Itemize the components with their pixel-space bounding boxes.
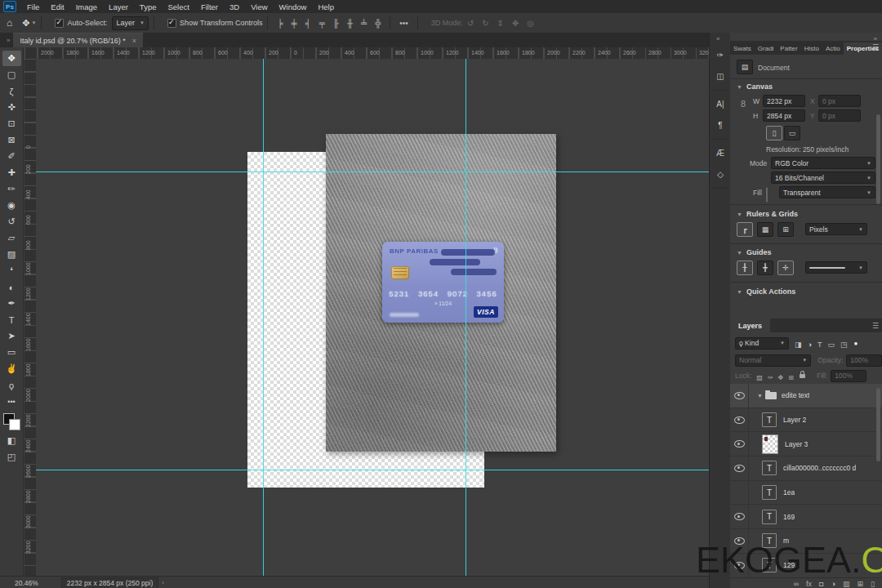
link-dimensions-icon[interactable]: 8 xyxy=(741,99,746,109)
layer-mask-icon[interactable]: ◘ xyxy=(819,580,823,588)
filter-smart-objects-icon[interactable]: ◳ xyxy=(840,341,848,349)
tab-overflow-icon[interactable]: » xyxy=(7,37,10,44)
menu-help[interactable]: Help xyxy=(312,2,340,11)
rulers-section-chevron-icon[interactable]: ▼ xyxy=(737,212,742,217)
tool-preset-chevron-icon[interactable]: ▼ xyxy=(31,20,36,25)
height-field[interactable]: 2854 px xyxy=(763,109,805,122)
delete-layer-icon[interactable]: ▯ xyxy=(871,580,875,588)
edit-toolbar-button[interactable]: ••• xyxy=(2,394,21,409)
screen-mode-icon[interactable]: ◰ xyxy=(2,449,21,465)
guide-horizontal[interactable] xyxy=(36,172,709,172)
hand-tool[interactable]: ✌ xyxy=(2,361,21,376)
visibility-well[interactable] xyxy=(730,481,749,505)
eye-icon[interactable] xyxy=(734,465,745,472)
canvas-viewport[interactable]: BNP PARIBAS ))) 5231 3654 9072 3456 » 11… xyxy=(36,59,709,576)
link-layers-icon[interactable]: ∞ xyxy=(794,580,799,588)
lasso-tool[interactable]: ζ xyxy=(2,83,21,99)
quick-mask-icon[interactable]: ◧ xyxy=(2,433,21,448)
frame-tool[interactable]: ⊠ xyxy=(2,132,21,148)
blur-tool[interactable]: ❛ xyxy=(2,263,21,278)
toggle-grid-button[interactable]: ▦ xyxy=(757,222,773,237)
clone-stamp-tool[interactable]: ◉ xyxy=(2,198,21,213)
align-left-icon[interactable]: ╞ xyxy=(273,19,287,28)
text-layer-thumbnail[interactable]: T xyxy=(762,510,777,524)
toggle-rulers-button[interactable]: ┏ xyxy=(737,222,753,237)
filter-adjustment-layers-icon[interactable]: ◑ xyxy=(808,341,812,349)
eye-icon[interactable] xyxy=(734,392,745,399)
lock-pixels-icon[interactable]: ✑ xyxy=(768,374,773,381)
rectangle-tool[interactable]: ▭ xyxy=(2,345,21,360)
visibility-well[interactable] xyxy=(730,432,749,456)
menu-type[interactable]: Type xyxy=(134,2,163,11)
group-expand-chevron-icon[interactable]: ▼ xyxy=(757,393,763,399)
align-right-icon[interactable]: ╡ xyxy=(301,19,315,28)
layers-tab[interactable]: Layers xyxy=(730,318,770,332)
quick-actions-chevron-icon[interactable]: ▼ xyxy=(737,289,742,295)
distribute-center-icon[interactable]: ╬ xyxy=(371,19,385,28)
type-tool[interactable]: T xyxy=(2,312,21,327)
ruler-horizontal[interactable]: 2000180016001400120010008006004002000200… xyxy=(24,47,709,60)
mode-dropdown[interactable]: RGB Color▼ xyxy=(771,157,875,169)
align-top-icon[interactable]: ╤ xyxy=(315,19,329,28)
clone-source-panel-icon[interactable]: ◫ xyxy=(712,69,728,83)
new-layer-icon[interactable]: ⊞ xyxy=(858,580,864,588)
home-icon[interactable]: ⌂ xyxy=(7,17,12,29)
eyedropper-tool[interactable]: ✐ xyxy=(2,149,21,164)
layer-name[interactable]: 169 xyxy=(783,513,795,521)
text-layer-thumbnail[interactable]: T xyxy=(762,461,777,475)
brush-tool[interactable]: ✏ xyxy=(2,181,21,197)
filter-type-layers-icon[interactable]: T xyxy=(817,341,822,349)
layer-row[interactable]: T129 xyxy=(730,554,882,578)
auto-select-checkbox[interactable] xyxy=(55,19,64,28)
text-layer-thumbnail[interactable]: T xyxy=(762,412,777,427)
guides-section-chevron-icon[interactable]: ▼ xyxy=(737,250,742,256)
menu-3d[interactable]: 3D xyxy=(224,2,245,11)
units-dropdown[interactable]: Pixels▼ xyxy=(805,223,867,235)
gradient-tool[interactable]: ▨ xyxy=(2,247,21,262)
toggle-pixel-grid-button[interactable]: ⊞ xyxy=(777,222,794,237)
zoom-tool[interactable]: ϙ xyxy=(2,377,21,393)
auto-select-target-dropdown[interactable]: Layer▼ xyxy=(112,16,148,30)
healing-brush-tool[interactable]: ✚ xyxy=(2,165,21,180)
status-zoom-level[interactable]: 20.46% xyxy=(15,579,38,587)
align-center-h-icon[interactable]: ╪ xyxy=(287,19,301,28)
visibility-well[interactable] xyxy=(730,408,749,432)
quick-selection-tool[interactable]: ✜ xyxy=(2,100,21,115)
orientation-portrait-button[interactable]: ▯ xyxy=(766,126,782,140)
filter-pixel-layers-icon[interactable]: ◨ xyxy=(795,341,802,349)
eye-icon[interactable] xyxy=(734,440,745,448)
orientation-landscape-button[interactable]: ▭ xyxy=(784,126,800,140)
layer-row[interactable]: ▼edite text xyxy=(730,384,882,408)
move-tool[interactable]: ✥ xyxy=(2,51,21,66)
layer-thumbnail[interactable] xyxy=(762,434,778,454)
crop-tool[interactable]: ⊡ xyxy=(2,116,21,131)
color-swatches[interactable] xyxy=(3,413,20,430)
text-layer-thumbnail[interactable]: T xyxy=(762,558,777,572)
layer-name[interactable]: 129 xyxy=(783,561,795,569)
adjustment-layer-icon[interactable]: ◑ xyxy=(831,580,835,588)
pen-tool[interactable]: ✒ xyxy=(2,296,21,311)
paragraph-panel-icon[interactable]: ¶ xyxy=(712,118,728,132)
lock-position-icon[interactable]: ✥ xyxy=(778,374,784,381)
distribute-h-icon[interactable]: ╫ xyxy=(343,19,357,28)
brush-settings-panel-icon[interactable]: ✑ xyxy=(712,47,728,62)
canvas-section-chevron-icon[interactable]: ▼ xyxy=(737,84,742,90)
background-color-swatch[interactable] xyxy=(9,419,20,430)
path-selection-tool[interactable]: ➤ xyxy=(2,328,21,344)
kind-filter-dropdown[interactable]: ϙ Kind ▼ xyxy=(735,337,789,350)
guide-style-dropdown[interactable]: ▼ xyxy=(805,261,867,274)
eye-icon[interactable] xyxy=(734,537,745,545)
properties-scrollbar[interactable] xyxy=(876,114,880,204)
menu-file[interactable]: File xyxy=(21,2,45,11)
filter-toggle-icon[interactable]: ● xyxy=(853,340,858,347)
layer-name[interactable]: Layer 3 xyxy=(785,440,808,448)
layer-row[interactable]: Tm xyxy=(730,529,882,554)
layer-name[interactable]: m xyxy=(783,537,789,545)
eye-icon[interactable] xyxy=(734,562,745,569)
layers-scrollbar[interactable] xyxy=(876,388,880,461)
guide-vertical[interactable] xyxy=(466,59,466,576)
layer-name[interactable]: 1ea xyxy=(783,488,795,497)
layers-menu-icon[interactable]: ☰ xyxy=(872,322,879,330)
credit-card-layer[interactable]: BNP PARIBAS ))) 5231 3654 9072 3456 » 11… xyxy=(382,242,504,323)
visibility-well[interactable] xyxy=(730,529,749,553)
